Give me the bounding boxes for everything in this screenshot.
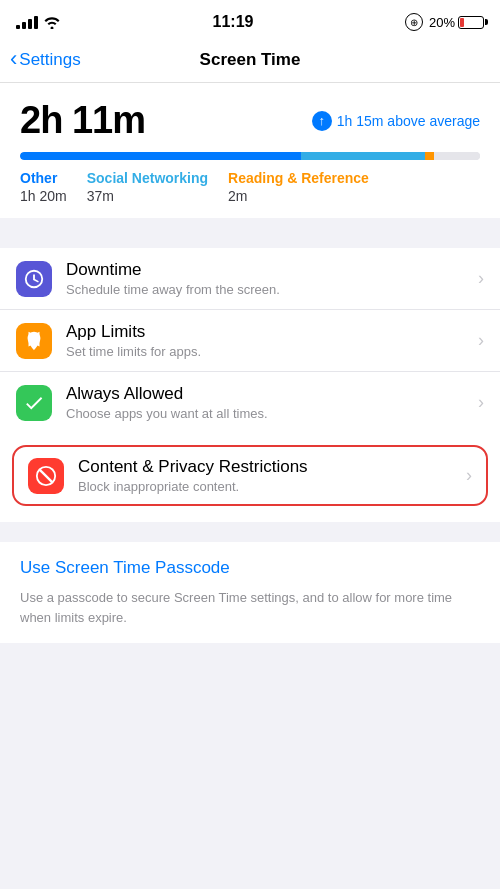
- always-allowed-subtitle: Choose apps you want at all times.: [66, 406, 478, 421]
- reading-segment: [425, 152, 434, 160]
- wifi-icon: [43, 15, 61, 29]
- app-limits-subtitle: Set time limits for apps.: [66, 344, 478, 359]
- status-left: [16, 15, 61, 29]
- status-time: 11:19: [213, 13, 254, 31]
- app-limits-icon: [16, 323, 52, 359]
- app-limits-item[interactable]: App Limits Set time limits for apps. ›: [0, 310, 500, 372]
- section-divider-top: [0, 218, 500, 248]
- back-label: Settings: [19, 50, 80, 70]
- signal-icon: [16, 16, 38, 29]
- svg-line-2: [40, 469, 53, 482]
- above-average-badge: ↑ 1h 15m above average: [312, 111, 480, 131]
- always-allowed-item[interactable]: Always Allowed Choose apps you want at a…: [0, 372, 500, 433]
- app-limits-text: App Limits Set time limits for apps.: [66, 322, 478, 359]
- settings-section: Downtime Schedule time away from the scr…: [0, 248, 500, 433]
- content-privacy-chevron-icon: ›: [466, 465, 472, 486]
- battery-percent: 20%: [429, 15, 455, 30]
- category-social: Social Networking 37m: [87, 170, 208, 204]
- category-social-label: Social Networking: [87, 170, 208, 186]
- content-privacy-text: Content & Privacy Restrictions Block ina…: [78, 457, 466, 494]
- app-limits-chevron-icon: ›: [478, 330, 484, 351]
- content-privacy-item[interactable]: Content & Privacy Restrictions Block ina…: [12, 445, 488, 506]
- section-divider-passcode: [0, 522, 500, 542]
- category-social-time: 37m: [87, 188, 208, 204]
- app-limits-title: App Limits: [66, 322, 478, 342]
- category-legend: Other 1h 20m Social Networking 37m Readi…: [20, 170, 480, 204]
- category-reading: Reading & Reference 2m: [228, 170, 369, 204]
- battery-icon: [458, 16, 484, 29]
- battery-fill: [460, 18, 464, 27]
- category-other-label: Other: [20, 170, 67, 186]
- parental-controls-icon: ⊕: [405, 13, 423, 31]
- above-avg-label: 1h 15m above average: [337, 113, 480, 129]
- status-bar: 11:19 ⊕ 20%: [0, 0, 500, 44]
- total-time: 2h 11m: [20, 99, 145, 142]
- category-other-time: 1h 20m: [20, 188, 67, 204]
- always-allowed-title: Always Allowed: [66, 384, 478, 404]
- up-arrow-icon: ↑: [312, 111, 332, 131]
- downtime-title: Downtime: [66, 260, 478, 280]
- downtime-chevron-icon: ›: [478, 268, 484, 289]
- time-display: 2h 11m ↑ 1h 15m above average: [20, 99, 480, 142]
- always-allowed-icon: [16, 385, 52, 421]
- battery-container: 20%: [429, 15, 484, 30]
- always-allowed-chevron-icon: ›: [478, 392, 484, 413]
- status-right: ⊕ 20%: [405, 13, 484, 31]
- content-privacy-title: Content & Privacy Restrictions: [78, 457, 466, 477]
- content-privacy-subtitle: Block inappropriate content.: [78, 479, 466, 494]
- passcode-description: Use a passcode to secure Screen Time set…: [20, 588, 480, 627]
- usage-progress-bar: [20, 152, 480, 160]
- nav-bar: ‹ Settings Screen Time: [0, 44, 500, 83]
- downtime-icon: [16, 261, 52, 297]
- category-other: Other 1h 20m: [20, 170, 67, 204]
- other-segment: [20, 152, 301, 160]
- use-passcode-link[interactable]: Use Screen Time Passcode: [20, 558, 480, 578]
- category-reading-label: Reading & Reference: [228, 170, 369, 186]
- social-segment: [301, 152, 425, 160]
- back-chevron-icon: ‹: [10, 48, 17, 70]
- page-title: Screen Time: [200, 50, 301, 70]
- always-allowed-text: Always Allowed Choose apps you want at a…: [66, 384, 478, 421]
- remaining-segment: [434, 152, 480, 160]
- category-reading-time: 2m: [228, 188, 369, 204]
- screen-time-header: 2h 11m ↑ 1h 15m above average Other 1h 2…: [0, 83, 500, 218]
- back-button[interactable]: ‹ Settings: [10, 50, 81, 70]
- highlighted-item-wrapper: Content & Privacy Restrictions Block ina…: [0, 433, 500, 522]
- passcode-section: Use Screen Time Passcode Use a passcode …: [0, 542, 500, 643]
- downtime-item[interactable]: Downtime Schedule time away from the scr…: [0, 248, 500, 310]
- downtime-text: Downtime Schedule time away from the scr…: [66, 260, 478, 297]
- content-privacy-icon: [28, 458, 64, 494]
- downtime-subtitle: Schedule time away from the screen.: [66, 282, 478, 297]
